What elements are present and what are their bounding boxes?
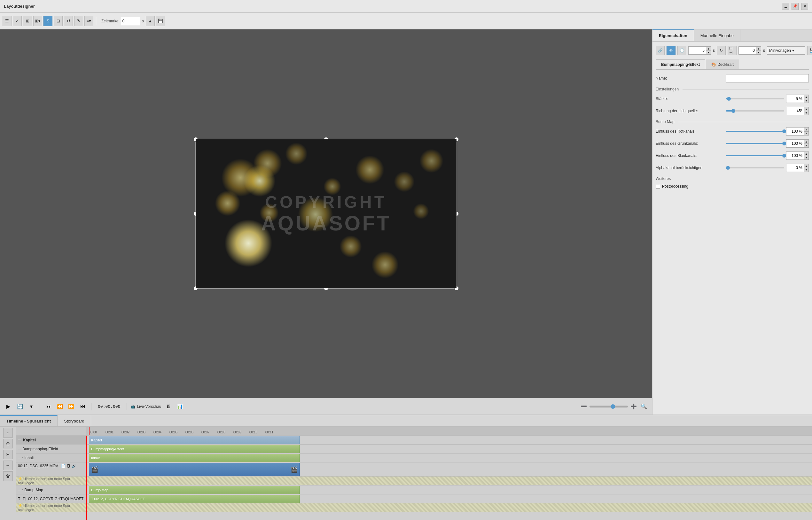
- blau-slider[interactable]: [726, 155, 784, 156]
- tl-tool-add[interactable]: ⊕: [3, 439, 13, 448]
- gruen-up[interactable]: ▲: [804, 139, 809, 144]
- staerke-down[interactable]: ▼: [804, 99, 809, 103]
- richtung-slider[interactable]: [726, 110, 784, 111]
- blau-thumb[interactable]: [782, 154, 786, 158]
- blau-up[interactable]: ▲: [804, 152, 809, 156]
- sub-tab-bumpmapping[interactable]: Bumpmapping-Effekt: [656, 59, 705, 69]
- richtung-down[interactable]: ▼: [804, 111, 809, 115]
- minimize-button[interactable]: 🗕: [782, 3, 789, 10]
- zeitmarke-spin-up[interactable]: ▲: [146, 16, 155, 26]
- tl-rows-container: Kapitel Bumpmapping-Effekt Inhalt 🎬: [86, 436, 812, 520]
- richtung-value-input[interactable]: [786, 107, 804, 115]
- postprocessing-checkbox[interactable]: [656, 184, 660, 188]
- alpha-thumb[interactable]: [726, 166, 730, 170]
- staerke-up[interactable]: ▲: [804, 95, 809, 99]
- minivorlagen-select[interactable]: Minivorlagen ▾: [767, 46, 805, 55]
- bumpmap-block[interactable]: Bump-Map: [89, 486, 300, 494]
- goto-start-button[interactable]: ⏮: [44, 402, 53, 411]
- gruen-down[interactable]: ▼: [804, 144, 809, 148]
- tab-timeline-spuransicht[interactable]: Timeline - Spuransicht: [0, 415, 57, 426]
- zeitmarke-input[interactable]: [121, 17, 140, 25]
- prev-frame-button[interactable]: ⏪: [55, 402, 64, 411]
- tool-check[interactable]: ✓: [13, 16, 22, 26]
- goto-end-button[interactable]: ⏭: [78, 402, 87, 411]
- time-spin-input[interactable]: [688, 46, 706, 55]
- tl-ruler: 00:00 00:01 00:02 00:03 00:04 00:05 00:0…: [86, 427, 812, 436]
- tl-tool-cut[interactable]: ✂: [3, 450, 13, 459]
- tl-row-media: 🎬 🎬: [86, 463, 812, 476]
- pin-button[interactable]: 📌: [791, 3, 798, 10]
- zeitmarke-save[interactable]: 💾: [156, 16, 165, 26]
- zoom-in-button[interactable]: ➕: [629, 402, 638, 411]
- rot-value-input[interactable]: [786, 127, 804, 135]
- tab-manuelle-eingabe[interactable]: Manuelle Eingabe: [694, 29, 740, 41]
- media-thumb-right: 🎬: [290, 466, 298, 473]
- rot-thumb[interactable]: [782, 129, 786, 133]
- tl-tool-move[interactable]: ↔: [3, 461, 13, 470]
- link-button[interactable]: 🔗: [656, 46, 665, 55]
- zoom-out-button[interactable]: ➖: [579, 402, 588, 411]
- tool-rotate-left[interactable]: ↺: [64, 16, 73, 26]
- tl-label-drop1[interactable]: ⚡ Hierher ziehen, um neue Spur anzulegen…: [16, 476, 86, 486]
- tl-tool-cursor[interactable]: ↕: [3, 428, 13, 438]
- richtung-thumb[interactable]: [731, 109, 735, 113]
- zoom-slider[interactable]: [589, 406, 628, 408]
- time-spin-down[interactable]: ▼: [706, 51, 711, 55]
- playback-sep-2: [91, 403, 92, 410]
- inhalt-block[interactable]: Inhalt: [89, 454, 300, 462]
- tab-storyboard[interactable]: Storyboard: [57, 415, 91, 426]
- staerke-thumb[interactable]: [727, 97, 731, 101]
- rot-down[interactable]: ▼: [804, 131, 809, 135]
- offset-spin-input[interactable]: [738, 46, 756, 55]
- alpha-up[interactable]: ▲: [804, 164, 809, 168]
- time-spin-up[interactable]: ▲: [706, 46, 711, 51]
- play-dropdown[interactable]: ▾: [27, 402, 36, 411]
- tool-align[interactable]: ≡▾: [84, 16, 93, 26]
- zeitmarke-label: Zeitmarke:: [101, 19, 120, 23]
- tl-tool-delete[interactable]: 🗑: [3, 471, 13, 481]
- screen-button[interactable]: 🖥: [164, 402, 173, 411]
- tl-row-drop2[interactable]: [86, 503, 812, 512]
- gruen-slider[interactable]: [726, 143, 784, 144]
- blau-down[interactable]: ▼: [804, 156, 809, 160]
- close-button[interactable]: ✕: [801, 3, 808, 10]
- bumpmapping-block[interactable]: Bumpmapping-Effekt: [89, 445, 300, 453]
- tool-grid2[interactable]: ⊞▾: [33, 16, 42, 26]
- rot-slider[interactable]: [726, 131, 784, 132]
- tl-row-drop1[interactable]: [86, 476, 812, 486]
- offset-spin-down[interactable]: ▼: [756, 51, 761, 55]
- tool-grid[interactable]: ⊞: [23, 16, 32, 26]
- blau-value-input[interactable]: [786, 152, 804, 160]
- kapitel-expand[interactable]: —: [18, 438, 22, 442]
- alpha-down[interactable]: ▼: [804, 168, 809, 172]
- next-frame-button[interactable]: ⏩: [67, 402, 76, 411]
- alpha-slider[interactable]: [726, 167, 784, 168]
- staerke-value-input[interactable]: [786, 95, 804, 103]
- tl-label-drop2[interactable]: ⚡ Hierher ziehen, um neue Spur anzulegen…: [16, 503, 86, 512]
- name-input[interactable]: [726, 74, 809, 82]
- richtung-up[interactable]: ▲: [804, 107, 809, 111]
- gruen-thumb[interactable]: [782, 141, 786, 146]
- tool-select[interactable]: ☰: [3, 16, 11, 26]
- alpha-value-input[interactable]: [786, 164, 804, 172]
- zoom-fit-button[interactable]: 🔍: [639, 402, 648, 411]
- play-loop-button[interactable]: 🔄: [15, 402, 24, 411]
- text-block[interactable]: T 00:12, COPYRIGHTAQUASOFT: [89, 495, 300, 503]
- tab-eigenschaften[interactable]: Eigenschaften: [653, 29, 694, 41]
- live-preview-button[interactable]: 📺 Live-Vorschau: [131, 404, 161, 409]
- tool-resize[interactable]: ⊡: [54, 16, 63, 26]
- offset-spin-up[interactable]: ▲: [756, 46, 761, 51]
- sub-tab-deckkraft[interactable]: 🎨 Deckkraft: [706, 59, 739, 69]
- tool-move[interactable]: S: [44, 16, 52, 26]
- play-button[interactable]: ▶: [4, 402, 13, 411]
- gruen-value-input[interactable]: [786, 139, 804, 148]
- tool-rotate-right[interactable]: ↻: [74, 16, 83, 26]
- stats-button[interactable]: 📊: [176, 402, 184, 411]
- save-mini-button[interactable]: 💾: [807, 46, 812, 55]
- staerke-slider[interactable]: [726, 98, 784, 99]
- media-block[interactable]: 🎬 🎬: [89, 463, 300, 476]
- canvas-container[interactable]: COPYRIGHT AQUASOFT: [195, 139, 457, 289]
- kapitel-block[interactable]: Kapitel: [89, 436, 300, 444]
- eye-button[interactable]: 👁: [666, 46, 676, 55]
- rot-up[interactable]: ▲: [804, 127, 809, 131]
